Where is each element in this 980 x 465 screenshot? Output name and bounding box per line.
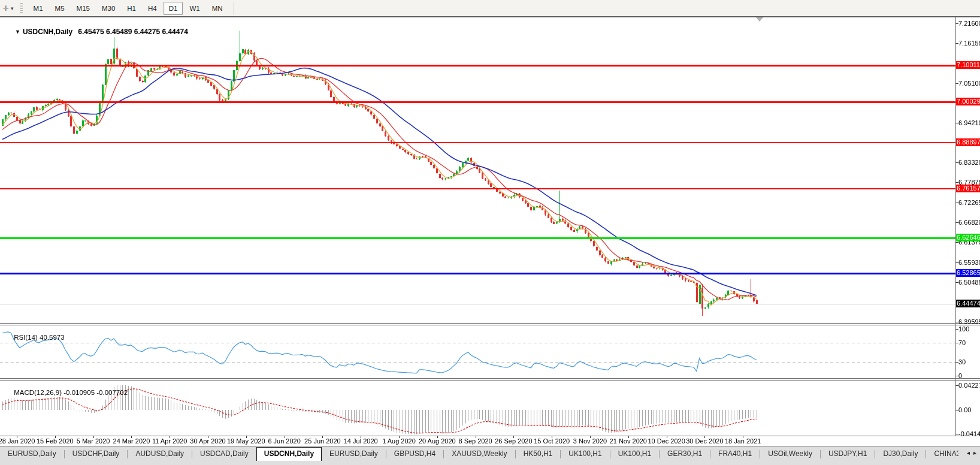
chart-tab-eurusd-daily[interactable]: EURUSD,Daily xyxy=(322,447,386,461)
toolbar-grip[interactable] xyxy=(20,3,23,14)
tabs-scroll-left-icon[interactable]: ◂ xyxy=(967,449,970,456)
timeframe-button-m5[interactable]: M5 xyxy=(50,2,70,15)
date-axis-label: 10 Dec 2020 xyxy=(648,437,685,445)
chart-tab-hk50-h1[interactable]: HK50,H1 xyxy=(516,447,561,461)
price-axis-label: 6.72265 xyxy=(958,199,980,206)
date-axis-label: 28 Jan 2020 xyxy=(0,437,35,445)
collapse-triangle-icon[interactable]: ▼ xyxy=(15,29,20,35)
chart-window: ▼USDCNH,Daily6.45475 6.45489 6.44275 6.4… xyxy=(0,17,980,446)
timeframe-button-w1[interactable]: W1 xyxy=(184,2,205,15)
timeframe-button-m15[interactable]: M15 xyxy=(71,2,95,15)
timeframe-buttons: M1M5M15M30H1H4D1W1MN xyxy=(28,0,229,16)
chart-tab-dj30-daily[interactable]: DJ30,Daily xyxy=(875,447,925,461)
date-axis-label: 5 Mar 2020 xyxy=(77,437,110,445)
date-axis-label: 18 Jan 2021 xyxy=(725,437,761,445)
date-axis-label: 19 May 2020 xyxy=(227,437,265,445)
price-axis-label: 6.83320 xyxy=(958,159,980,166)
price-axis-label: 7.05100 xyxy=(958,80,980,87)
chart-symbol-period: USDCNH,Daily xyxy=(23,28,72,36)
price-chart-canvas[interactable] xyxy=(0,17,980,446)
rsi-name: RSI(14) xyxy=(14,334,38,341)
chart-title: ▼USDCNH,Daily6.45475 6.45489 6.44275 6.4… xyxy=(3,19,188,44)
toolbar-separator xyxy=(234,2,234,14)
rsi-axis-label: 30 xyxy=(958,358,966,366)
timeframe-button-h4[interactable]: H4 xyxy=(143,2,162,15)
chart-tab-eurusd-daily[interactable]: EURUSD,Daily xyxy=(0,447,64,461)
macd-axis-label: -0.04148 xyxy=(958,430,980,437)
date-axis-label: 26 Sep 2020 xyxy=(495,437,532,445)
date-axis-label: 25 Jun 2020 xyxy=(304,437,341,445)
chart-tab-ger30-h1[interactable]: GER30,H1 xyxy=(660,447,710,461)
date-axis-label: 6 Jun 2020 xyxy=(268,437,300,445)
date-axis-label: 30 Apr 2020 xyxy=(190,437,225,445)
date-axis-label: 15 Oct 2020 xyxy=(534,437,570,445)
tabs-scroll-right-icon[interactable]: ▸ xyxy=(973,449,976,456)
hline-price-tag: 6.76157 xyxy=(956,185,980,192)
price-axis-label: 6.94210 xyxy=(958,119,980,126)
chart-ohlc-values: 6.45475 6.45489 6.44275 6.44474 xyxy=(78,28,188,36)
macd-axis-label: 0.00 xyxy=(958,406,971,413)
hline-price-tag: 6.88897 xyxy=(956,138,980,146)
timeframe-toolbar: ✛ ▾ M1M5M15M30H1H4D1W1MN xyxy=(0,0,980,17)
timeframe-button-d1[interactable]: D1 xyxy=(164,2,183,15)
rsi-axis-label: 0 xyxy=(958,372,962,379)
date-axis-label: 20 Aug 2020 xyxy=(419,437,456,445)
date-axis-label: 3 Nov 2020 xyxy=(573,437,607,445)
date-axis-label: 14 Jul 2020 xyxy=(344,437,378,445)
price-axis-label: 7.16155 xyxy=(958,40,980,47)
chart-tab-usdcad-daily[interactable]: USDCAD,Daily xyxy=(192,447,256,461)
chart-tab-uk100-h1[interactable]: UK100,H1 xyxy=(561,447,609,461)
timeframe-button-m30[interactable]: M30 xyxy=(96,2,120,15)
price-axis-label: 6.55930 xyxy=(958,259,980,266)
dropdown-caret-icon[interactable]: ▾ xyxy=(11,5,14,11)
date-axis-label: 8 Sep 2020 xyxy=(458,437,492,445)
chart-tab-usoil-weekly[interactable]: USOil,Weekly xyxy=(760,447,820,461)
chart-tab-china300-h1[interactable]: CHINA300,H1 xyxy=(926,447,958,461)
current-price-tag: 6.44474 xyxy=(956,300,980,307)
chart-tabs: EURUSD,DailyUSDCHF,DailyAUDUSD,DailyUSDC… xyxy=(0,447,958,461)
macd-axis-label: 0.042275 xyxy=(958,382,980,389)
rsi-value: 40.5973 xyxy=(40,334,65,341)
date-axis-label: 15 Feb 2020 xyxy=(37,437,74,445)
timeframe-button-h1[interactable]: H1 xyxy=(122,2,141,15)
macd-indicator-label: MACD(12,26,9) -0.010905 -0.007702 xyxy=(2,382,128,403)
chart-tab-xauusd-weekly[interactable]: XAUUSD,Weekly xyxy=(444,447,515,461)
cursor-tool-icon[interactable]: ✛ xyxy=(3,4,9,13)
chart-tab-uk100-h1[interactable]: UK100,H1 xyxy=(610,447,659,461)
hline-price-tag: 6.62646 xyxy=(956,234,980,241)
price-axis-label: 6.50485 xyxy=(958,279,980,286)
rsi-axis-label: 70 xyxy=(958,339,966,346)
rsi-axis-label: 100 xyxy=(958,325,969,333)
date-axis-label: 24 Mar 2020 xyxy=(113,437,150,445)
chart-tab-audusd-daily[interactable]: AUDUSD,Daily xyxy=(128,447,192,461)
date-axis-label: 30 Dec 2020 xyxy=(686,437,723,445)
chart-tab-usdjpy-h1[interactable]: USDJPY,H1 xyxy=(821,447,875,461)
chart-tab-usdcnh-daily[interactable]: USDCNH,Daily xyxy=(256,447,322,461)
date-axis-label: 21 Nov 2020 xyxy=(610,437,647,445)
price-axis-label: 6.39595 xyxy=(958,318,980,325)
timeframe-button-mn[interactable]: MN xyxy=(207,2,228,15)
date-axis-label: 1 Aug 2020 xyxy=(382,437,416,445)
chart-tab-fra40-h1[interactable]: FRA40,H1 xyxy=(710,447,760,461)
timeframe-button-m1[interactable]: M1 xyxy=(28,2,49,15)
tabs-scroll-arrows: ◂ ▸ xyxy=(958,446,980,456)
hline-price-tag: 7.10011 xyxy=(956,61,980,69)
macd-signal-value: -0.007702 xyxy=(96,389,128,396)
price-axis-label: 7.21600 xyxy=(958,20,980,27)
price-axis-label: 6.66820 xyxy=(958,219,980,226)
mt4-window: ✛ ▾ M1M5M15M30H1H4D1W1MN ▼USDCNH,Daily6.… xyxy=(0,0,980,465)
date-axis-label: 11 Apr 2020 xyxy=(152,437,187,445)
chart-tab-usdchf-daily[interactable]: USDCHF,Daily xyxy=(65,447,128,461)
chart-tab-gbpusd-h4[interactable]: GBPUSD,H4 xyxy=(386,447,443,461)
hline-price-tag: 7.00029 xyxy=(956,98,980,105)
chart-shift-marker-icon xyxy=(756,17,763,22)
chart-tabs-bar: EURUSD,DailyUSDCHF,DailyAUDUSD,DailyUSDC… xyxy=(0,446,980,465)
hline-price-tag: 6.52865 xyxy=(956,269,980,277)
macd-name: MACD(12,26,9) xyxy=(14,389,62,396)
rsi-indicator-label: RSI(14) 40.5973 xyxy=(2,327,65,348)
macd-main-value: -0.010905 xyxy=(63,389,95,396)
